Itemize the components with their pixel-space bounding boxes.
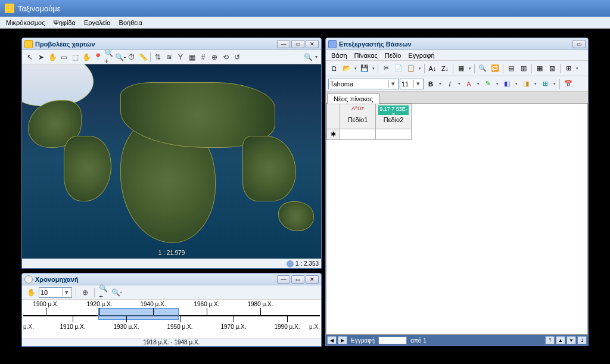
timeline-title: Χρονομηχανή [35,276,277,283]
paste-icon[interactable]: 📋 [405,63,417,74]
tab-new-table[interactable]: Νέος πίνακας [327,94,379,104]
minimize-button[interactable]: — [277,40,290,48]
filter-icon[interactable]: ▦ [455,63,467,74]
addfield-icon[interactable]: ▤ [505,63,517,74]
tool-grab-icon[interactable]: ✋ [81,52,92,63]
nav-down-button[interactable]: ▼ [567,336,576,344]
timeline-zoomout-icon[interactable]: 🔍- [111,287,122,298]
menu-voitheia[interactable]: Βοήθεια [116,18,146,27]
nav-prev-button[interactable]: ▶ [338,336,347,344]
menu-psifida[interactable]: Ψηφίδα [50,18,79,27]
highlight-button[interactable]: ✎ [482,78,494,90]
replace-icon[interactable]: 🔁 [489,63,501,74]
new-icon[interactable]: 🗋 [328,63,340,74]
maximize-button[interactable]: ▭ [572,40,586,48]
timeline-selection[interactable] [98,308,179,320]
nav-up-button[interactable]: ▲ [556,336,565,344]
tool-zoomout-icon[interactable]: 🔍- [115,52,126,63]
tool-pointer-icon[interactable]: ↖ [24,52,35,63]
cell[interactable] [340,129,376,140]
column-header-1[interactable]: AᴮDz Πεδίο1 [340,104,376,129]
addrec-icon[interactable]: ▦ [534,63,546,74]
timeline-titlebar[interactable]: Χρονομηχανή — ▭ ✕ [22,273,321,285]
new-record-row[interactable]: ✱ [327,129,412,140]
timeline-toolbar: ✋ 10 ▾ ⊕ 🔍+ 🔍- [22,285,321,300]
tool-pan-icon[interactable]: ✋ [47,52,58,63]
tool-grid-icon[interactable]: # [198,52,208,63]
cell[interactable] [376,129,412,140]
tool-layers-icon[interactable]: ≋ [164,52,175,63]
tool-select-icon[interactable]: ➤ [36,52,46,63]
dbmenu-field[interactable]: Πεδίο [382,51,404,60]
paste-dropdown[interactable]: ▾ [418,66,422,71]
delfield-icon[interactable]: ▥ [518,63,530,74]
timeline-pan-icon[interactable]: ✋ [26,287,36,298]
find-icon[interactable]: 🔍 [477,63,488,74]
maximize-button[interactable]: ▭ [291,40,304,48]
sort-desc-icon[interactable]: Z↓ [439,63,451,74]
copy-icon[interactable]: 📄 [393,63,404,74]
tool-legend-icon[interactable]: ▦ [186,52,197,63]
db-grid[interactable]: AᴮDz Πεδίο1 9.17 7 53E-3 Πεδίο2 ✱ [326,104,588,335]
tool-measure-icon[interactable]: 📏 [138,52,148,63]
timeline-step-combo[interactable]: 10 ▾ [39,287,72,298]
tool-y-icon[interactable]: Y [175,52,186,63]
timeline-canvas[interactable]: μ.Χ. μ.Χ. 1900 μ.Χ. 1920 μ.Χ. 1940 μ.Χ. … [22,300,321,338]
tool-zoomregion-icon[interactable]: ⟲ [220,52,231,63]
tool-pin-icon[interactable]: 📍 [92,52,103,63]
nav-top-button[interactable]: ⤒ [545,336,555,344]
bgcolor-button[interactable]: ◧ [501,78,513,90]
tool-sort-icon[interactable]: ⇅ [152,52,163,63]
minimize-button[interactable]: — [277,275,290,284]
italic-button[interactable]: I [444,78,456,90]
fontsize-combo[interactable]: 11 ▾ [400,79,424,89]
nav-bottom-button[interactable]: ⤓ [577,336,587,344]
dbmenu-table[interactable]: Πίνακας [351,51,381,60]
gridcolor-button[interactable]: ⊞ [539,78,551,90]
tool-zoomin-icon[interactable]: 🔍+ [104,52,114,63]
map-window-titlebar[interactable]: Προβολέας χαρτών — ▭ ✕ [22,38,321,50]
globe-icon [287,260,294,267]
sort-asc-icon[interactable]: A↓ [427,63,438,74]
timeline-window: Χρονομηχανή — ▭ ✕ ✋ 10 ▾ ⊕ 🔍+ 🔍- μ.Χ. μ.… [21,273,322,347]
timeline-icon [24,275,33,284]
tool-rect-icon[interactable]: ▭ [58,52,69,63]
open-dropdown[interactable]: ▾ [353,66,358,71]
tick-label: 1930 μ.Χ. [113,323,139,330]
cut-icon[interactable]: ✂ [380,63,392,74]
dbmenu-base[interactable]: Βάση [328,51,350,60]
save-dropdown[interactable]: ▾ [371,66,376,71]
open-icon[interactable]: 📂 [341,63,353,74]
row-selector-header[interactable] [327,104,340,129]
nav-position-input[interactable] [378,337,407,344]
close-button[interactable]: ✕ [306,40,319,48]
tool-search-icon[interactable]: 🔍 [303,52,313,63]
db-titlebar[interactable]: Επεξεργαστής Βάσεων ▭ [326,38,588,50]
tool-timer-icon[interactable]: ⏱ [126,52,137,63]
row-marker[interactable]: ✱ [327,129,340,140]
tool-marquee-icon[interactable]: ⬚ [70,52,80,63]
calendar-icon[interactable]: 📅 [562,78,574,90]
selcolor-button[interactable]: ◨ [520,78,532,90]
search-dropdown-icon[interactable]: ▼ [314,55,319,59]
tool-target-icon[interactable]: ⊕ [209,52,220,63]
gridopt-icon[interactable]: ⊞ [562,63,574,74]
timeline-center-icon[interactable]: ⊕ [80,287,91,298]
font-combo[interactable]: Tahoma ▾ [328,79,399,89]
fontcolor-button[interactable]: A [463,78,475,90]
delrec-icon[interactable]: ▧ [546,63,558,74]
menu-mikrokosmos[interactable]: Μικρόκοσμος [2,18,49,27]
column-header-2[interactable]: 9.17 7 53E-3 Πεδίο2 [376,104,412,129]
dbmenu-record[interactable]: Εγγραφή [405,51,437,60]
save-icon[interactable]: 💾 [359,63,371,74]
nav-first-button[interactable]: ◀ [327,336,337,344]
record-navigator: ◀ ▶ Εγγραφή από 1 ⤒ ▲ ▼ ⤓ [326,335,588,346]
maximize-button[interactable]: ▭ [291,275,304,284]
field-name-2: Πεδίο2 [378,116,409,123]
map-canvas[interactable]: 1 : 21.979 [22,64,321,259]
timeline-zoomin-icon[interactable]: 🔍+ [98,287,109,298]
bold-button[interactable]: B [425,78,437,90]
menu-ergaleia[interactable]: Εργαλεία [80,18,114,27]
close-button[interactable]: ✕ [306,275,319,284]
tool-refresh-icon[interactable]: ↺ [232,52,242,63]
